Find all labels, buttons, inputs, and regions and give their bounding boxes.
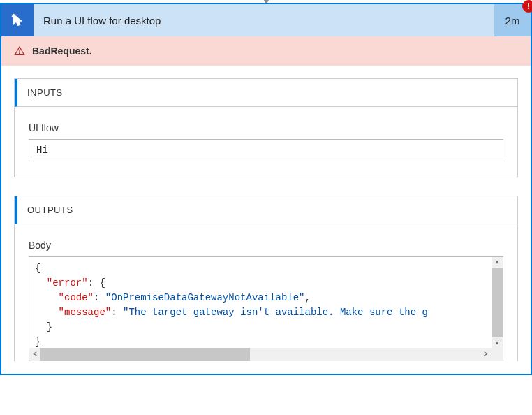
vertical-scroll-thumb[interactable] bbox=[492, 268, 503, 338]
outputs-panel: OUTPUTS Body { "error": { "code": "OnPre… bbox=[14, 196, 518, 361]
ui-flow-cursor-icon bbox=[1, 4, 34, 36]
body-label: Body bbox=[29, 240, 503, 251]
svg-point-5 bbox=[19, 53, 20, 54]
svg-line-2 bbox=[12, 15, 13, 15]
scroll-up-icon[interactable]: ∧ bbox=[492, 257, 503, 268]
error-badge-glyph: ! bbox=[527, 1, 530, 11]
ui-flow-input[interactable] bbox=[29, 139, 503, 161]
inputs-panel: INPUTS UI flow bbox=[14, 78, 518, 177]
scroll-left-icon[interactable]: < bbox=[29, 348, 40, 361]
error-badge[interactable]: ! bbox=[522, 0, 532, 13]
body-json-content: { "error": { "code": "OnPremiseDataGatew… bbox=[35, 261, 497, 349]
action-card: ! Run a UI flow for desktop 2m BadReques… bbox=[0, 3, 532, 375]
horizontal-scroll-thumb[interactable] bbox=[40, 348, 250, 361]
inputs-panel-header: INPUTS bbox=[15, 79, 517, 107]
warning-triangle-icon bbox=[14, 45, 25, 57]
error-banner: BadRequest. bbox=[1, 36, 531, 66]
card-title: Run a UI flow for desktop bbox=[34, 4, 494, 36]
card-header[interactable]: Run a UI flow for desktop 2m bbox=[1, 4, 531, 36]
scroll-down-icon[interactable]: ∨ bbox=[492, 337, 503, 348]
svg-line-3 bbox=[17, 15, 17, 15]
card-body: INPUTS UI flow OUTPUTS Body { "error": {… bbox=[1, 66, 531, 374]
outputs-panel-header: OUTPUTS bbox=[15, 196, 517, 224]
body-json-viewer[interactable]: { "error": { "code": "OnPremiseDataGatew… bbox=[29, 256, 503, 361]
error-banner-text: BadRequest. bbox=[32, 45, 92, 57]
scroll-right-icon[interactable]: > bbox=[480, 348, 492, 361]
ui-flow-label: UI flow bbox=[29, 122, 503, 133]
